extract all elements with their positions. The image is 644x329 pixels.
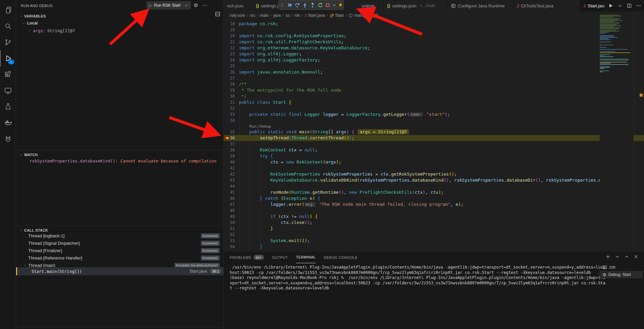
tab-settings-json[interactable]: {}settings.json~/.../User <box>384 0 447 11</box>
chevron-up-icon[interactable] <box>624 254 629 259</box>
watch-section-header[interactable]: WATCH <box>17 151 38 158</box>
breadcrumb-item[interactable]: co <box>285 13 290 18</box>
codelens-run-debug[interactable]: Run | Debug <box>224 124 644 129</box>
code-line-51[interactable]: 51 } <box>224 226 644 232</box>
breadcrumb-item[interactable]: JStart.java <box>305 13 325 18</box>
code-line-26[interactable]: 26import javax.annotation.Nonnull; <box>224 69 644 75</box>
docker-icon[interactable] <box>0 115 16 131</box>
code-line-33[interactable]: 33 private static final Logger logger = … <box>224 111 644 117</box>
code-line-37[interactable]: 37 <box>224 141 644 147</box>
code-line-38[interactable]: 38 RskContext ctx = null; <box>224 147 644 153</box>
breakpoint-paused-icon[interactable] <box>225 135 230 141</box>
code-line-27[interactable]: 27 <box>224 75 644 81</box>
run-config-dropdown[interactable]: ▷ Run RSK Start <box>147 1 191 9</box>
breadcrumb-item[interactable]: main(String[]) <box>348 13 378 18</box>
explorer-icon[interactable] <box>0 2 16 18</box>
code-line-53[interactable]: 53 System.exit(1); <box>224 238 644 244</box>
split-editor-icon[interactable] <box>627 3 632 8</box>
call-stack-thread[interactable]: Thread [Finalizer]RUNNING <box>16 247 224 254</box>
restart-icon[interactable] <box>317 1 324 9</box>
call-stack-thread[interactable]: Thread [logback-1]RUNNING <box>16 232 224 239</box>
code-line-29[interactable]: 29 * The entrypoint for the RSK full nod… <box>224 87 644 93</box>
code-line-31[interactable]: 31public class Start { <box>224 99 644 105</box>
tab-configure-java-runtime[interactable]: Configure Java Runtime <box>447 0 513 11</box>
stop-icon[interactable] <box>325 1 331 9</box>
terminal-output[interactable]: /usr/bin/env /Library/Internet\ Plug-Ins… <box>230 265 605 327</box>
code-line-25[interactable]: 25 <box>224 63 644 69</box>
code-line-39[interactable]: 39 try { <box>224 153 644 159</box>
code-line-18[interactable]: 18package co.rsk; <box>224 21 644 27</box>
code-line-48[interactable]: 48 <box>224 207 644 214</box>
step-out-icon[interactable] <box>309 1 316 9</box>
step-into-icon[interactable] <box>302 1 308 9</box>
panel-tab-debug-console[interactable]: DEBUG CONSOLE <box>324 251 358 263</box>
run-icon[interactable] <box>608 3 613 8</box>
code-line-50[interactable]: 50 ctx.close(); <box>224 220 644 226</box>
code-line-40[interactable]: 40 ctx = new RskContext(args); <box>224 159 644 165</box>
tab-clitoolstest-java[interactable]: JCliToolsTest.java <box>513 0 580 11</box>
code-line-35[interactable]: 35 public static void main(String[] args… <box>224 129 644 135</box>
code-line-19[interactable]: 19 <box>224 27 644 33</box>
run-and-debug-icon[interactable]: 1 <box>0 50 16 66</box>
code-line-36[interactable]: 36 setUpThread(Thread.currentThread()); <box>224 135 644 141</box>
code-line-30[interactable]: 30 */ <box>224 93 644 99</box>
more-icon[interactable]: ⋯ <box>201 1 209 9</box>
code-line-20[interactable]: 20import co.rsk.config.RskSystemProperti… <box>224 33 644 39</box>
step-over-icon[interactable] <box>294 1 301 9</box>
code-line-42[interactable]: 42 RskSystemProperties rskSystemProperti… <box>224 171 644 177</box>
code-line-23[interactable]: 23import org.slf4j.Logger; <box>224 51 644 57</box>
breadcrumb-item[interactable]: rskj-core <box>230 13 245 18</box>
close-icon[interactable] <box>634 254 639 259</box>
code-line-47[interactable]: 47 logger.error(msg: "The RSK node main … <box>224 201 644 207</box>
code-line-24[interactable]: 24import org.slf4j.LoggerFactory; <box>224 57 644 63</box>
code-line-52[interactable]: 52 <box>224 232 644 238</box>
code-line-21[interactable]: 21import co.rsk.util.PreflightChecksUtil… <box>224 39 644 45</box>
stack-frame-selected[interactable]: Start.main(String[])Start.java36:1 <box>16 267 224 275</box>
panel-tab-output[interactable]: OUTPUT <box>272 251 288 263</box>
terminal-item-zsh[interactable]: zsh <box>600 264 643 271</box>
variable-args[interactable]: args: String[2]@7 <box>28 27 75 34</box>
code-line-28[interactable]: 28/** <box>224 81 644 87</box>
search-icon[interactable] <box>0 18 16 34</box>
code-line-44[interactable]: 44 <box>224 183 644 189</box>
chevron-down-icon[interactable] <box>617 3 623 8</box>
continue-icon[interactable] <box>286 1 293 9</box>
code-line-32[interactable]: 32 <box>224 105 644 111</box>
plus-icon[interactable] <box>605 254 610 259</box>
panel-tab-terminal[interactable]: TERMINAL <box>296 251 316 263</box>
remote-explorer-icon[interactable] <box>0 83 16 99</box>
code-line-45[interactable]: 45 runNode(Runtime.getRuntime(), new Pre… <box>224 189 644 195</box>
breadcrumb-item[interactable]: src <box>250 13 255 18</box>
chevron-down-icon[interactable] <box>615 254 620 259</box>
code-line-34[interactable]: 34 <box>224 117 644 124</box>
code-line-54[interactable]: 54 } <box>224 244 644 250</box>
minimap[interactable] <box>600 11 633 251</box>
breadcrumb-item[interactable]: Start <box>330 13 344 18</box>
jaguar-icon[interactable] <box>0 131 16 147</box>
call-stack-thread[interactable]: Thread [Reference Handler]RUNNING <box>16 254 224 262</box>
code-line-46[interactable]: 46 } catch (Exception e) { <box>224 195 644 201</box>
hot-code-replace-icon[interactable] <box>337 1 344 9</box>
breadcrumb-item[interactable]: rsk <box>294 13 300 18</box>
breadcrumb-item[interactable]: java <box>273 13 281 18</box>
extensions-icon[interactable] <box>0 66 16 83</box>
more-icon[interactable] <box>636 3 641 8</box>
chevron-down-icon[interactable] <box>332 1 336 9</box>
terminal-item-debug-start[interactable]: ⚙Debug: Start <box>600 271 643 278</box>
panel-tab-problems[interactable]: PROBLEMS1K+ <box>230 251 264 263</box>
tab-nch-json[interactable]: nch.json <box>224 0 253 11</box>
code-line-43[interactable]: 43 KeyValueDataSource.validateDbKind(rsk… <box>224 177 644 183</box>
gear-icon[interactable]: ⚙ <box>192 1 200 9</box>
code-line-22[interactable]: 22import org.ethereum.datasource.KeyValu… <box>224 45 644 51</box>
call-stack-thread[interactable]: Thread [Signal Dispatcher]RUNNING <box>16 239 224 247</box>
testing-icon[interactable] <box>0 99 16 115</box>
code-line-49[interactable]: 49 if (ctx != null) { <box>224 214 644 220</box>
code-line-41[interactable]: 41 <box>224 165 644 171</box>
editor-layout-icon[interactable] <box>215 11 221 17</box>
variables-section-header[interactable]: VARIABLES <box>17 12 46 20</box>
breadcrumb-item[interactable]: main <box>260 13 269 18</box>
variables-scope-local[interactable]: Local <box>22 20 38 27</box>
watch-expression-row[interactable]: rskSystemProperties.databaseKind(): Cann… <box>30 158 217 163</box>
source-control-icon[interactable] <box>0 34 16 50</box>
code-editor[interactable]: 18package co.rsk;1920import co.rsk.confi… <box>224 19 644 251</box>
